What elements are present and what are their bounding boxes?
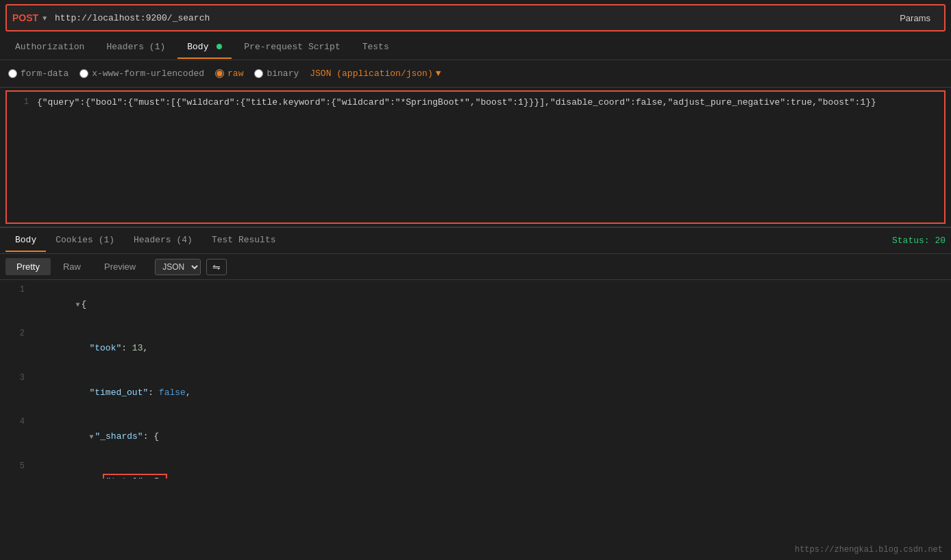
resp-line-5: 5 "total": 5, <box>0 459 951 479</box>
tab-body[interactable]: Body <box>177 36 232 59</box>
resp-line-4: 4 ▼"_shards": { <box>0 415 951 459</box>
view-toggle-bar: Pretty Raw Preview JSON XML HTML Text ⇋ <box>0 254 951 280</box>
collapse-arrow-4[interactable]: ▼ <box>89 433 93 441</box>
view-btn-preview[interactable]: Preview <box>93 258 147 275</box>
body-type-bar: form-data x-www-form-urlencoded raw bina… <box>0 60 951 88</box>
request-bar: POST ▼ Params <box>5 4 946 31</box>
resp-tab-body[interactable]: Body <box>5 229 46 252</box>
resp-tab-testresults[interactable]: Test Results <box>202 229 286 252</box>
tab-tests[interactable]: Tests <box>353 36 399 59</box>
params-button[interactable]: Params <box>891 10 939 26</box>
wrap-button[interactable]: ⇋ <box>206 259 227 275</box>
method-button[interactable]: POST ▼ <box>12 12 55 23</box>
body-type-urlencoded[interactable]: x-www-form-urlencoded <box>79 68 204 79</box>
tab-headers[interactable]: Headers (1) <box>97 36 175 59</box>
json-type-selector[interactable]: JSON (application/json) ▼ <box>310 68 441 79</box>
resp-line-1: 1 ▼{ <box>0 283 951 327</box>
tab-authorization[interactable]: Authorization <box>5 36 94 59</box>
format-selector[interactable]: JSON XML HTML Text <box>155 259 201 275</box>
body-type-formdata[interactable]: form-data <box>8 68 69 79</box>
resp-tab-headers[interactable]: Headers (4) <box>124 229 202 252</box>
view-btn-raw[interactable]: Raw <box>52 258 92 275</box>
resp-tab-cookies[interactable]: Cookies (1) <box>46 229 124 252</box>
resp-line-3: 3 "timed_out": false, <box>0 371 951 415</box>
body-active-dot <box>217 44 222 49</box>
url-input[interactable] <box>55 13 891 23</box>
response-nav: Body Cookies (1) Headers (4) Test Result… <box>0 228 951 254</box>
method-dropdown-arrow: ▼ <box>41 14 48 22</box>
view-btn-pretty[interactable]: Pretty <box>5 258 51 275</box>
body-type-raw[interactable]: raw <box>215 68 243 79</box>
request-tabs: Authorization Headers (1) Body Pre-reque… <box>0 36 951 60</box>
method-label: POST <box>12 12 38 23</box>
collapse-arrow-1[interactable]: ▼ <box>75 301 79 309</box>
resp-line-2: 2 "took": 13, <box>0 327 951 370</box>
body-type-binary[interactable]: binary <box>254 68 299 79</box>
watermark: https://zhengkai.blog.csdn.net <box>795 545 943 555</box>
json-dropdown-arrow: ▼ <box>436 68 441 79</box>
response-body[interactable]: 1 ▼{ 2 "took": 13, 3 "timed_out": false,… <box>0 280 951 479</box>
request-editor: 1 {"query":{"bool":{"must":[{"wildcard":… <box>5 90 946 224</box>
editor-line-1: 1 {"query":{"bool":{"must":[{"wildcard":… <box>7 94 944 111</box>
tab-prerequest[interactable]: Pre-request Script <box>234 36 349 59</box>
response-section: Body Cookies (1) Headers (4) Test Result… <box>0 227 951 479</box>
response-status: Status: 20 <box>892 236 946 246</box>
